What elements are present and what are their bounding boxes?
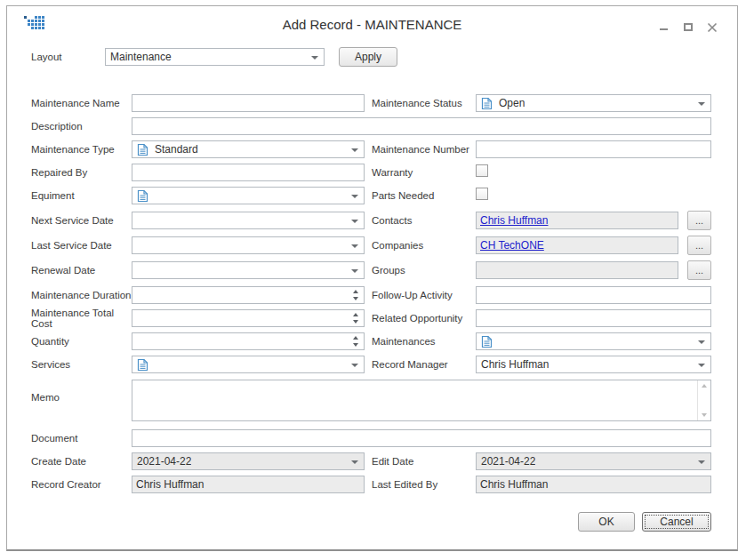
apply-button[interactable]: Apply <box>339 47 397 67</box>
related-opportunity-label: Related Opportunity <box>372 313 476 324</box>
related-opportunity-input[interactable] <box>476 309 711 327</box>
groups-field[interactable] <box>476 261 678 279</box>
last-service-date-select[interactable] <box>132 236 365 254</box>
add-record-dialog: Add Record - MAINTENANCE Layout Maintena… <box>6 5 738 551</box>
spinner-icons[interactable] <box>350 334 361 348</box>
parts-needed-checkbox[interactable] <box>476 188 488 200</box>
document-input[interactable] <box>132 429 711 447</box>
services-label: Services <box>31 359 132 370</box>
renewal-date-label: Renewal Date <box>31 265 132 276</box>
ok-button[interactable]: OK <box>578 512 635 532</box>
maintenance-name-label: Maintenance Name <box>31 98 132 108</box>
form-row: Maintenance Duration Follow-Up Activity <box>31 284 711 307</box>
spin-down-icon <box>353 297 358 300</box>
maintenance-type-select[interactable]: Standard <box>132 140 365 158</box>
form-row: Record Creator Last Edited By <box>31 473 711 496</box>
record-manager-label: Record Manager <box>372 359 476 370</box>
maintenance-status-select[interactable]: Open <box>476 94 711 112</box>
scroll-up-icon[interactable] <box>702 384 707 388</box>
titlebar: Add Record - MAINTENANCE <box>7 6 737 42</box>
contacts-browse-button[interactable]: ... <box>687 211 711 230</box>
close-icon <box>707 22 718 33</box>
layout-label: Layout <box>31 52 105 62</box>
memo-textarea[interactable] <box>132 380 711 421</box>
form-row: Document <box>31 427 711 450</box>
services-select[interactable] <box>132 356 365 373</box>
next-service-date-select[interactable] <box>132 212 365 229</box>
chevron-down-icon <box>311 56 318 60</box>
window-title: Add Record - MAINTENANCE <box>7 17 737 32</box>
maximize-button[interactable] <box>683 21 694 32</box>
create-date-value: 2021-04-22 <box>137 455 191 468</box>
window-controls <box>659 21 718 32</box>
last-service-date-label: Last Service Date <box>31 240 132 251</box>
companies-browse-button[interactable]: ... <box>687 236 711 255</box>
groups-label: Groups <box>372 265 476 276</box>
groups-browse-button[interactable]: ... <box>687 260 711 280</box>
document-icon <box>137 189 148 203</box>
quantity-stepper[interactable] <box>132 332 365 350</box>
maintenance-duration-stepper[interactable] <box>132 286 365 304</box>
warranty-checkbox[interactable] <box>476 164 488 177</box>
form-row: Repaired By Warranty <box>31 161 711 184</box>
form-row: Memo <box>31 376 711 427</box>
scroll-down-icon[interactable] <box>702 413 707 417</box>
last-edited-by-label: Last Edited By <box>372 479 476 490</box>
memo-scrollbar[interactable] <box>697 380 710 420</box>
chevron-down-icon <box>351 220 358 223</box>
next-service-date-label: Next Service Date <box>31 215 132 226</box>
follow-up-activity-label: Follow-Up Activity <box>372 290 476 300</box>
description-label: Description <box>31 121 132 132</box>
follow-up-activity-input[interactable] <box>476 286 711 304</box>
contacts-label: Contacts <box>372 215 476 226</box>
maintenance-number-label: Maintenance Number <box>372 144 476 155</box>
maintenance-total-cost-label: Maintenance Total Cost <box>31 308 132 329</box>
record-creator-field <box>132 476 365 493</box>
spinner-icons[interactable] <box>350 288 361 302</box>
parts-needed-label: Parts Needed <box>372 190 476 201</box>
companies-link[interactable]: CH TechONE <box>480 239 544 252</box>
spinner-icons[interactable] <box>350 311 361 325</box>
edit-date-select[interactable]: 2021-04-22 <box>476 452 711 470</box>
document-icon <box>137 358 148 372</box>
form-row: Next Service Date Contacts Chris Huffman… <box>31 209 711 232</box>
maintenance-number-input[interactable] <box>476 140 711 158</box>
chevron-down-icon <box>698 102 705 106</box>
contacts-link[interactable]: Chris Huffman <box>480 214 548 227</box>
document-icon <box>481 335 493 348</box>
form-row: Maintenance Total Cost Related Opportuni… <box>31 307 711 330</box>
quantity-label: Quantity <box>31 336 132 347</box>
form-row: Description <box>31 115 711 138</box>
minimize-button[interactable] <box>659 21 670 32</box>
contacts-field[interactable]: Chris Huffman <box>476 212 678 229</box>
chevron-down-icon <box>351 244 358 248</box>
spin-up-icon <box>353 290 358 293</box>
renewal-date-select[interactable] <box>132 261 365 279</box>
layout-bar: Layout Maintenance Apply <box>31 47 737 67</box>
description-input[interactable] <box>132 117 711 135</box>
maintenance-type-label: Maintenance Type <box>31 144 132 155</box>
chevron-down-icon <box>698 364 705 367</box>
maintenance-duration-label: Maintenance Duration <box>31 290 132 300</box>
spin-down-icon <box>353 320 358 324</box>
form-row: Create Date 2021-04-22 Edit Date 2021-04… <box>31 450 711 473</box>
create-date-select[interactable]: 2021-04-22 <box>132 452 365 470</box>
close-button[interactable] <box>707 21 718 32</box>
equiment-select[interactable] <box>132 187 365 204</box>
spin-up-icon <box>353 336 358 340</box>
maintenances-select[interactable] <box>476 332 711 350</box>
cancel-button[interactable]: Cancel <box>642 512 711 532</box>
maintenance-total-cost-stepper[interactable] <box>132 309 365 327</box>
document-label: Document <box>31 433 132 444</box>
form-row: Quantity Maintenances <box>31 330 711 353</box>
equiment-label: Equiment <box>31 190 132 201</box>
memo-label: Memo <box>31 392 132 403</box>
form-row: Equiment Parts Needed <box>31 184 711 207</box>
repaired-by-input[interactable] <box>132 164 365 181</box>
maximize-icon <box>684 23 693 31</box>
record-manager-select[interactable]: Chris Huffman <box>476 356 711 373</box>
layout-select[interactable]: Maintenance <box>105 48 325 66</box>
chevron-down-icon <box>351 460 358 464</box>
maintenance-name-input[interactable] <box>132 94 365 112</box>
companies-field[interactable]: CH TechONE <box>476 236 678 254</box>
